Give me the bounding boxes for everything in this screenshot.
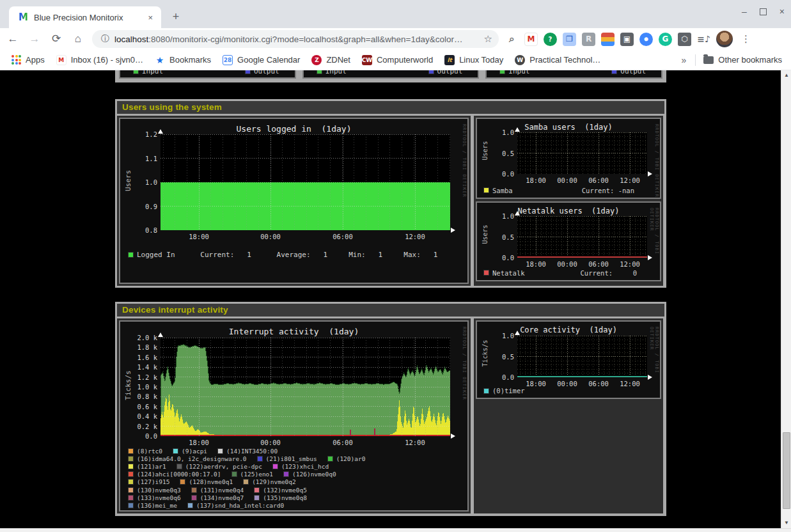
browser-window: M Blue Precision Monitorix × + – × ← → ⟳… (0, 0, 791, 532)
legend-item: (8)rtc0 (128, 448, 162, 455)
y-axis-arrow (515, 211, 520, 215)
window-maximize-button[interactable] (760, 8, 767, 15)
y-axis-arrow (158, 129, 163, 134)
network-graph-3[interactable]: Input Output (485, 70, 662, 79)
y-tick-label: 0.2 k (124, 423, 157, 430)
bookmark-computerworld[interactable]: CW Computerworld (362, 55, 433, 65)
tab-strip: M Blue Precision Monitorix × + – × (0, 0, 791, 28)
scrollbar-thumb[interactable] (783, 432, 790, 509)
other-bookmarks[interactable]: Other bookmarks (703, 55, 782, 65)
y-tick-label: 1.0 (124, 178, 157, 186)
bookmark-practical-technology[interactable]: W Practical Technol… (515, 55, 600, 65)
users-logged-in-graph[interactable]: Users logged in (1day) RRDTOOL / TOBI OE… (119, 118, 469, 284)
keeper-icon[interactable]: ▣ (620, 33, 634, 46)
plot-area (517, 132, 647, 174)
plot-area (517, 216, 647, 258)
bookmark-google-calendar[interactable]: 28 Google Calendar (223, 55, 300, 65)
chart-legend: Logged In Current: 1 Average: 1 Min: 1 M… (128, 251, 437, 259)
playlist-icon[interactable]: ≡♪ (697, 33, 710, 46)
y-tick-label: 0.0 (481, 170, 514, 178)
y-axis-arrow (515, 127, 520, 132)
bookmark-linux-today[interactable]: lt Linux Today (444, 55, 503, 65)
wordpress-icon: W (515, 55, 525, 65)
extensions-puzzle-icon[interactable]: ⬡ (678, 33, 691, 46)
x-axis-arrow (451, 434, 455, 439)
interrupt-activity-graph[interactable]: Interrupt activity (1day) RRDTOOL / TOBI… (119, 320, 469, 512)
google-voice-icon[interactable]: ? (544, 33, 557, 46)
x-tick-label: 06:00 (584, 380, 613, 387)
x-tick-label: 12:00 (616, 260, 644, 268)
active-tab[interactable]: M Blue Precision Monitorix × (9, 6, 161, 28)
address-bar[interactable]: ⓘ localhost:8080/monitorix-cgi/monitorix… (92, 30, 499, 48)
x-tick-label: 00:00 (553, 380, 581, 387)
legend-item: (134)nvme0q7 (191, 494, 244, 501)
legend-item: (9)acpi (173, 448, 207, 455)
monitorix-page: Input Output Input Output Input Output U… (0, 70, 781, 528)
bookmarks-divider (695, 54, 696, 66)
zoom-camera-icon[interactable]: ⏺ (639, 33, 653, 46)
window-close-button[interactable]: × (779, 5, 785, 18)
y-tick-label: 1.2 k (124, 373, 157, 381)
reload-icon[interactable]: ⟳ (47, 30, 65, 48)
scroll-up-icon[interactable]: ▲ (781, 70, 791, 81)
search-icon[interactable]: ⌕ (505, 33, 519, 46)
x-tick-label: 12:00 (401, 233, 429, 240)
y-tick-label: 1.0 (481, 212, 514, 220)
scroll-down-icon[interactable]: ▼ (781, 518, 791, 528)
network-graph-2[interactable]: Input Output (302, 70, 480, 79)
x-tick-label: 12:00 (401, 439, 429, 446)
gmail-icon[interactable]: M (524, 33, 538, 46)
legend-item: (121)ar1 (128, 463, 166, 470)
x-tick-label: 18:00 (522, 176, 550, 184)
legend-item: (132)nvme0q5 (254, 487, 307, 494)
legend-item: (120)ar0 (327, 455, 366, 462)
y-tick-label: 0.5 (481, 353, 514, 361)
section-users: Users using the system Users logged in (… (115, 99, 666, 288)
y-tick-label: 2.0 k (124, 334, 157, 341)
tab-close-icon[interactable]: × (145, 12, 156, 24)
y-tick-label: 1.4 k (124, 363, 157, 371)
x-tick-label: 18:00 (185, 233, 213, 240)
x-axis-arrow (648, 375, 652, 380)
new-tab-button[interactable]: + (168, 9, 184, 26)
samba-users-graph[interactable]: Samba users (1day) RRDTOOL / TOBI OETIKE… (476, 118, 661, 199)
grammarly-icon[interactable]: G (659, 33, 672, 46)
bookmarks-overflow-chevron[interactable]: » (682, 55, 687, 65)
bookmark-bookmarks[interactable]: ★ Bookmarks (155, 55, 211, 65)
home-icon[interactable]: ⌂ (69, 30, 87, 48)
section-users-title: Users using the system (117, 101, 664, 114)
apps-grid-icon (12, 55, 21, 65)
netatalk-users-graph[interactable]: Netatalk users (1day) RRDTOOL / TOBI OET… (476, 201, 661, 281)
y-axis-arrow (158, 332, 163, 337)
page-info-icon[interactable]: ⓘ (101, 33, 109, 45)
bookmark-inbox[interactable]: M Inbox (16) - sjvn0… (56, 55, 143, 65)
back-icon[interactable]: ← (4, 30, 22, 48)
reading-extension-icon[interactable]: R (582, 33, 595, 46)
monitorix-favicon: M (18, 12, 29, 23)
y-tick-label: 0.5 (481, 150, 514, 157)
x-tick-label: 00:00 (553, 260, 581, 268)
window-minimize-button[interactable]: – (742, 5, 747, 18)
bookmark-zdnet[interactable]: Z ZDNet (311, 55, 350, 65)
forward-icon[interactable]: → (26, 30, 43, 48)
books-stack-icon[interactable] (601, 33, 615, 46)
x-tick-label: 06:00 (584, 176, 613, 184)
horizontal-scrollbar[interactable] (0, 528, 791, 532)
y-tick-label: 1.8 k (124, 343, 157, 351)
vertical-scrollbar[interactable]: ▲ ▼ (781, 70, 791, 528)
y-tick-label: 0.6 k (124, 403, 157, 411)
profile-avatar[interactable] (716, 31, 733, 47)
copy-pages-icon[interactable]: ❐ (563, 33, 576, 46)
network-graph-1[interactable]: Input Output (119, 70, 296, 79)
star-icon: ★ (155, 55, 165, 65)
core-activity-graph[interactable]: Core activity (1day) RRDTOOL / TOBI OETI… (476, 320, 661, 399)
legend-item: (129)nvme0q2 (243, 478, 296, 485)
legend-item: (122)aerdrv, pcie-dpc (176, 463, 262, 470)
legend-item: (135)nvme0q8 (254, 494, 307, 501)
rrdtool-watermark: RRDTOOL / TOBI OETIKER (649, 208, 659, 280)
bookmark-apps[interactable]: Apps (12, 55, 45, 65)
browser-menu-icon[interactable]: ⋮ (739, 33, 753, 45)
bookmark-star-icon[interactable]: ☆ (484, 33, 492, 45)
computerworld-icon: CW (362, 55, 372, 65)
legend-item: (14)INT3450:00 (217, 448, 278, 455)
